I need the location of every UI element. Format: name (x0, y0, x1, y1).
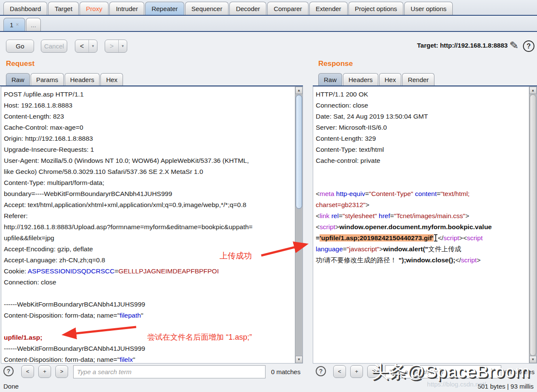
request-editor[interactable]: POST /upfile.asp HTTP/1.1Host: 192.168.1… (1, 86, 303, 364)
annotation-upload-success: 上传成功 (220, 250, 252, 261)
tab-label: Params (36, 76, 58, 83)
tab-label: Hex (106, 76, 117, 83)
tab-project-options[interactable]: Project options (348, 2, 403, 15)
watermark-text: 头条@SpaceBroom (371, 360, 530, 383)
tab-label: User options (411, 5, 446, 12)
tab-label: Raw (11, 76, 24, 83)
go-button[interactable]: Go (6, 40, 34, 53)
tab-label: Headers (70, 76, 94, 83)
request-search-matches: 0 matches (271, 368, 300, 375)
response-title: Response (318, 60, 353, 68)
tab-label: Decoder (236, 5, 260, 12)
chevron-down-icon[interactable]: ▼ (118, 40, 127, 52)
search-next-button[interactable]: > (55, 365, 68, 378)
close-icon[interactable]: × (16, 22, 19, 28)
tab-label: Extender (316, 5, 341, 12)
tab-comparer[interactable]: Comparer (267, 2, 308, 15)
target-url-label: Target: http://192.168.1.8:8883 (417, 42, 508, 49)
search-add-button[interactable]: + (38, 365, 51, 378)
response-tab-render[interactable]: Render (402, 73, 434, 85)
tab-label: Target (54, 5, 72, 12)
search-prev-button[interactable]: < (21, 365, 34, 378)
forward-button[interactable]: > ▼ (105, 40, 127, 53)
back-button[interactable]: < ▼ (75, 40, 97, 53)
response-editor-tabs: Raw Headers Hex Render (318, 72, 434, 85)
scroll-up-icon[interactable]: ▲ (295, 87, 303, 94)
tab-label: Hex (385, 76, 396, 83)
tab-extender[interactable]: Extender (309, 2, 348, 15)
back-arrow: < (75, 40, 89, 52)
request-scrollbar-thumb[interactable] (296, 95, 302, 209)
request-search-row: ? < + > 0 matches (0, 364, 303, 381)
cancel-button[interactable]: Cancel (41, 40, 67, 53)
request-tab-params[interactable]: Params (31, 73, 64, 85)
text-cursor-ibeam-icon (434, 234, 438, 241)
help-icon[interactable]: ? (3, 366, 14, 376)
tab-target[interactable]: Target (48, 2, 79, 15)
edit-target-pencil-icon[interactable]: ✎ (509, 40, 519, 51)
more-tabs-icon: ... (31, 21, 36, 28)
response-tab-hex[interactable]: Hex (379, 73, 402, 85)
response-raw-text[interactable]: HTTP/1.1 200 OKConnection: closeDate: Sa… (316, 89, 528, 266)
annotation-append-tip: 尝试在文件名后面增加 “1.asp;” (147, 332, 252, 342)
response-tab-raw[interactable]: Raw (318, 73, 342, 85)
request-raw-text[interactable]: POST /upfile.asp HTTP/1.1Host: 192.168.1… (4, 89, 294, 365)
tab-proxy[interactable]: Proxy (80, 2, 109, 15)
response-scrollbar-thumb[interactable] (530, 94, 536, 356)
main-tab-bar: Dashboard Target Proxy Intruder Repeater… (0, 0, 537, 16)
forward-arrow: > (105, 40, 118, 52)
repeater-tab-bar: 1 × ... (0, 17, 537, 32)
tab-user-options[interactable]: User options (404, 2, 453, 15)
repeater-tab-more[interactable]: ... (26, 18, 41, 31)
tab-intruder[interactable]: Intruder (109, 2, 144, 15)
tab-label: 1 (10, 21, 13, 28)
request-search-input[interactable] (73, 365, 266, 378)
request-tab-hex[interactable]: Hex (100, 73, 123, 85)
tab-label: Intruder (116, 5, 138, 12)
scroll-down-icon[interactable]: ▼ (529, 356, 537, 363)
request-scrollbar[interactable]: ▲ ▼ (295, 87, 303, 363)
status-bytes-millis: 501 bytes | 93 millis (478, 383, 534, 390)
tab-label: Raw (324, 76, 337, 83)
search-add-button[interactable]: + (350, 365, 363, 378)
tab-label: Sequencer (191, 5, 223, 12)
help-icon[interactable]: ? (316, 366, 326, 376)
tab-sequencer[interactable]: Sequencer (185, 2, 229, 15)
repeater-tab-1[interactable]: 1 × (3, 18, 25, 31)
response-editor[interactable]: HTTP/1.1 200 OKConnection: closeDate: Sa… (313, 86, 537, 364)
status-done: Done (3, 383, 19, 390)
scroll-up-icon[interactable]: ▲ (529, 87, 537, 94)
response-tab-headers[interactable]: Headers (343, 73, 378, 85)
tab-dashboard[interactable]: Dashboard (3, 2, 47, 15)
scroll-down-icon[interactable]: ▼ (295, 356, 303, 363)
tab-label: Project options (355, 5, 397, 12)
search-prev-button[interactable]: < (333, 365, 346, 378)
tab-label: Headers (348, 76, 373, 83)
tab-label: Proxy (86, 5, 102, 12)
request-tab-raw[interactable]: Raw (6, 73, 30, 85)
response-scrollbar[interactable]: ▲ ▼ (529, 87, 537, 363)
tab-label: Dashboard (10, 5, 41, 12)
tab-repeater[interactable]: Repeater (145, 2, 184, 15)
chevron-down-icon[interactable]: ▼ (89, 40, 97, 52)
help-icon[interactable]: ? (523, 40, 534, 52)
tab-decoder[interactable]: Decoder (229, 2, 266, 15)
request-tab-headers[interactable]: Headers (65, 73, 100, 85)
tab-label: Comparer (274, 5, 302, 12)
tab-label: Render (408, 76, 428, 83)
tab-label: Repeater (151, 5, 178, 12)
request-editor-tabs: Raw Params Headers Hex (6, 72, 123, 85)
request-title: Request (6, 60, 34, 68)
